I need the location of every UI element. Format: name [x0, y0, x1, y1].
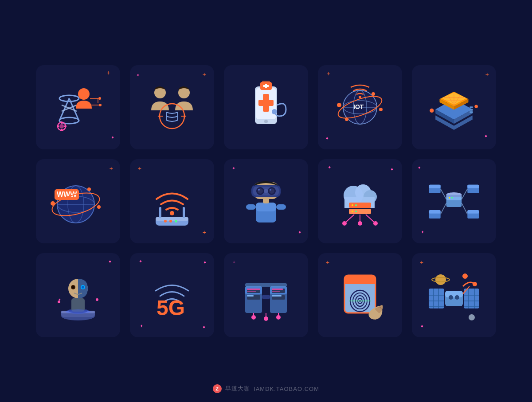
svg-rect-80	[183, 207, 185, 218]
card-network-nodes[interactable]: ● ✦	[412, 159, 496, 243]
svg-rect-57	[469, 106, 473, 108]
svg-point-61	[474, 105, 477, 108]
svg-line-126	[441, 203, 446, 214]
decoration-dot: +	[233, 260, 235, 265]
svg-text:✦: ✦	[58, 298, 61, 302]
iot-globe-icon: IOT	[331, 78, 389, 136]
svg-point-197	[435, 274, 446, 285]
watermark-icon: Z	[213, 384, 222, 393]
svg-point-18	[160, 104, 184, 129]
decoration-plus: +	[138, 165, 141, 172]
decoration-dot: ●	[111, 135, 114, 140]
svg-rect-124	[467, 210, 479, 213]
svg-rect-157	[272, 289, 283, 290]
decoration-plus: +	[110, 165, 113, 172]
fingerprint-icon	[331, 266, 389, 324]
svg-point-94	[270, 189, 271, 191]
svg-rect-122	[467, 184, 479, 188]
svg-point-29	[272, 109, 277, 114]
svg-rect-95	[264, 189, 268, 193]
svg-point-73	[170, 211, 174, 215]
satellite-icon	[425, 266, 483, 324]
medical-phone-icon	[237, 78, 295, 136]
card-processor[interactable]: + ●	[412, 65, 496, 149]
decoration-plus: +	[485, 71, 489, 78]
watermark: Z 早道大咖 IAMDK.TAOBAO.COM	[213, 384, 319, 393]
svg-rect-120	[429, 210, 441, 213]
svg-rect-160	[272, 295, 282, 297]
card-5g[interactable]: ✦ ● ✦ ● 5G	[130, 253, 214, 337]
svg-point-142	[66, 309, 90, 314]
decoration-dot2: ●	[298, 230, 301, 234]
decoration-plus2: +	[203, 229, 206, 235]
dna-twins-icon	[143, 78, 201, 136]
svg-rect-58	[469, 109, 473, 110]
decoration-dot: ●	[326, 136, 329, 141]
watermark-brand: 早道大咖	[225, 385, 250, 393]
svg-rect-130	[446, 195, 462, 197]
decoration-dot: ●	[421, 324, 423, 328]
svg-rect-84	[276, 204, 286, 210]
svg-point-100	[344, 186, 363, 205]
card-fingerprint[interactable]: +	[318, 253, 402, 337]
card-www-globe[interactable]: + WWW	[36, 159, 120, 243]
card-medical-phone[interactable]	[224, 65, 308, 149]
svg-point-116	[451, 197, 453, 198]
decoration-dot: ●	[109, 259, 111, 264]
svg-point-4	[78, 88, 90, 100]
svg-point-42	[345, 117, 348, 121]
dna-user-icon	[49, 78, 107, 136]
card-server-rack[interactable]: +	[224, 253, 308, 337]
ai-robot-icon: ✦	[49, 266, 107, 324]
svg-rect-172	[344, 280, 376, 284]
svg-point-71	[97, 205, 101, 209]
svg-point-7	[98, 97, 101, 100]
decoration-dot4: ●	[203, 325, 205, 329]
svg-point-9	[99, 104, 102, 106]
svg-rect-26	[262, 81, 270, 84]
svg-rect-118	[429, 184, 441, 188]
svg-point-115	[449, 197, 450, 198]
decoration-dot: ✦	[232, 166, 235, 171]
svg-point-40	[379, 108, 383, 111]
card-vr-user[interactable]: ✦ ●	[224, 159, 308, 243]
svg-point-200	[462, 273, 468, 279]
wifi-router-icon	[143, 172, 201, 230]
svg-rect-168	[245, 283, 287, 287]
svg-point-196	[455, 295, 459, 300]
decoration-plus: +	[107, 70, 110, 76]
svg-point-77	[169, 220, 172, 222]
decoration-dot: ✦	[139, 259, 142, 264]
card-dna-twins[interactable]: + ✦	[130, 65, 214, 149]
svg-point-37	[359, 96, 361, 98]
svg-rect-13	[61, 129, 63, 131]
decoration-dot: ✦	[328, 165, 331, 170]
card-dna-user[interactable]: + ●	[36, 65, 120, 149]
svg-point-72	[87, 187, 91, 191]
processor-icon	[425, 78, 483, 136]
svg-rect-185	[464, 289, 479, 308]
svg-point-195	[449, 295, 453, 300]
svg-rect-83	[246, 204, 256, 210]
decoration-plus: +	[203, 71, 206, 78]
decoration-plus: +	[420, 259, 423, 265]
svg-point-30	[264, 120, 268, 123]
svg-rect-12	[61, 121, 63, 124]
svg-line-125	[441, 189, 446, 199]
cloud-server-icon	[331, 172, 389, 230]
svg-rect-82	[256, 203, 276, 211]
card-satellite[interactable]: + ●	[412, 253, 496, 337]
card-ai-robot[interactable]: ●	[36, 253, 120, 337]
svg-point-70	[51, 201, 55, 206]
card-wifi-router[interactable]: + +	[130, 159, 214, 243]
svg-point-103	[352, 204, 353, 206]
svg-rect-15	[64, 125, 66, 127]
decoration-plus: +	[327, 70, 330, 77]
svg-text:5G: 5G	[156, 296, 185, 320]
decoration-dot3: ✦	[140, 324, 143, 328]
svg-rect-28	[263, 85, 269, 87]
card-cloud-server[interactable]: ✦ ●	[318, 159, 402, 243]
svg-text:IOT: IOT	[353, 103, 364, 110]
card-iot-globe[interactable]: + ● IOT	[318, 65, 402, 149]
svg-point-112	[373, 221, 378, 226]
